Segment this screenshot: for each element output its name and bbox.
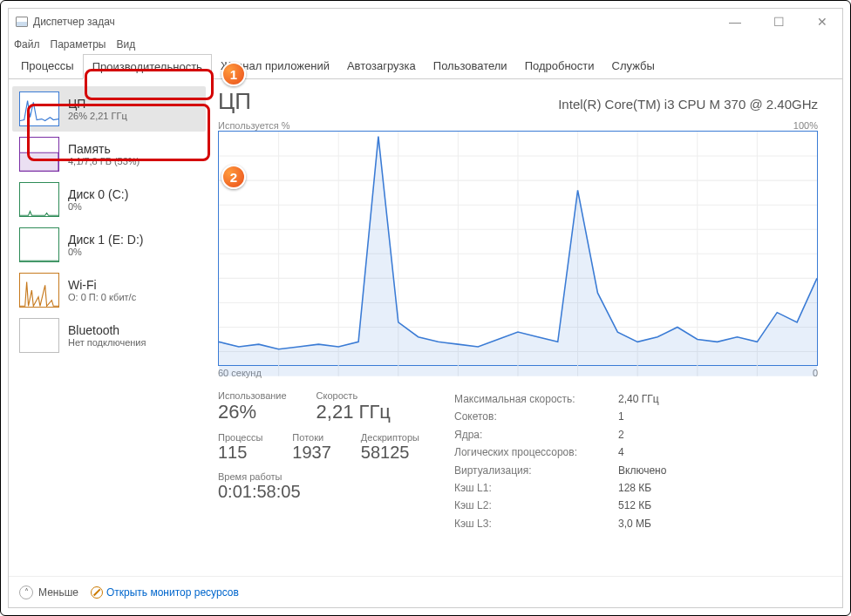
tab-details[interactable]: Подробности <box>516 54 603 78</box>
disk0-mini-chart <box>19 182 59 217</box>
l2-v: 512 КБ <box>618 497 651 514</box>
speed-value: 2,21 ГГц <box>317 401 391 423</box>
tab-services[interactable]: Службы <box>603 54 664 78</box>
speed-label: Скорость <box>317 390 391 401</box>
sidebar-item-text: Bluetooth Нет подключения <box>68 323 146 348</box>
titlebar: Диспетчер задач — ☐ ✕ <box>9 9 842 35</box>
stats-block: Использование 26% Скорость 2,21 ГГц Проц… <box>218 390 818 532</box>
body: ЦП 26% 2,21 ГГц Память 4,1/7,8 ГБ (53%) <box>9 79 842 576</box>
sidebar-item-wifi[interactable]: Wi-Fi О: 0 П: 0 кбит/с <box>12 267 206 313</box>
l2-k: Кэш L2: <box>454 497 611 514</box>
main-header: ЦП Intel(R) Core(TM) i3 CPU M 370 @ 2.40… <box>218 88 818 115</box>
annotation-badge-2: 2 <box>221 165 246 189</box>
sidebar-item-text: ЦП 26% 2,21 ГГц <box>68 97 127 121</box>
info-block: Максимальная скорость:2,40 ГГц Сокетов:1… <box>454 390 666 532</box>
uptime-value: 0:01:58:05 <box>218 482 419 502</box>
sidebar-item-text: Память 4,1/7,8 ГБ (53%) <box>68 142 140 166</box>
open-resmon-link[interactable]: Открыть монитор ресурсов <box>91 586 239 599</box>
sidebar-wifi-sub: О: 0 П: 0 кбит/с <box>68 292 136 302</box>
menubar: Файл Параметры Вид <box>9 35 842 54</box>
l1-k: Кэш L1: <box>454 479 611 497</box>
sidebar-item-text: Диск 1 (E: D:) 0% <box>68 233 143 257</box>
uptime-label: Время работы <box>218 471 419 482</box>
wifi-mini-chart <box>19 273 59 308</box>
sidebar-bt-sub: Нет подключения <box>68 337 146 348</box>
fewer-details-label: Меньше <box>38 586 78 599</box>
sidebar-item-bluetooth[interactable]: Bluetooth Нет подключения <box>12 313 206 358</box>
logical-k: Логических процессоров: <box>454 443 611 461</box>
hnd-value: 58125 <box>361 443 419 463</box>
sidebar-mem-sub: 4,1/7,8 ГБ (53%) <box>68 156 140 166</box>
hnd-label: Дескрипторы <box>361 432 419 443</box>
virt-v: Включено <box>618 462 666 479</box>
disk1-mini-chart <box>19 227 59 262</box>
menu-view[interactable]: Вид <box>116 38 135 51</box>
sidebar-wifi-title: Wi-Fi <box>68 278 136 292</box>
footer: ˄ Меньше Открыть монитор ресурсов <box>9 576 842 607</box>
app-icon <box>16 17 28 27</box>
virt-k: Виртуализация: <box>454 462 611 479</box>
tab-startup[interactable]: Автозагрузка <box>338 54 425 78</box>
sidebar-disk1-sub: 0% <box>68 247 143 257</box>
maxspeed-v: 2,40 ГГц <box>618 390 659 408</box>
stats-left: Использование 26% Скорость 2,21 ГГц Проц… <box>218 390 419 532</box>
main-panel: ЦП Intel(R) Core(TM) i3 CPU M 370 @ 2.40… <box>209 79 842 576</box>
sockets-v: 1 <box>618 408 624 425</box>
fewer-details-button[interactable]: ˄ Меньше <box>19 586 78 599</box>
tab-performance[interactable]: Производительность <box>83 54 212 79</box>
resmon-label: Открыть монитор ресурсов <box>106 586 239 599</box>
title-text: Диспетчер задач <box>33 16 115 28</box>
sidebar-mem-title: Память <box>68 142 140 156</box>
window-inner: Диспетчер задач — ☐ ✕ Файл Параметры Вид… <box>8 8 843 608</box>
sidebar-item-disk1[interactable]: Диск 1 (E: D:) 0% <box>12 222 206 267</box>
sockets-k: Сокетов: <box>454 408 611 425</box>
cpu-name: Intel(R) Core(TM) i3 CPU M 370 @ 2.40GHz <box>558 97 818 112</box>
task-manager-window: Диспетчер задач — ☐ ✕ Файл Параметры Вид… <box>0 0 851 616</box>
tab-processes[interactable]: Процессы <box>12 54 83 78</box>
sidebar-bt-title: Bluetooth <box>68 323 146 337</box>
sidebar-cpu-sub: 26% 2,21 ГГц <box>68 111 127 121</box>
sidebar-disk0-title: Диск 0 (C:) <box>68 187 128 201</box>
main-title: ЦП <box>218 88 251 115</box>
usage-label: Использование <box>218 390 287 401</box>
cpu-chart <box>218 131 818 366</box>
menu-options[interactable]: Параметры <box>51 38 106 51</box>
cores-k: Ядра: <box>454 426 611 443</box>
proc-label: Процессы <box>218 432 262 443</box>
sidebar-item-text: Wi-Fi О: 0 П: 0 кбит/с <box>68 278 136 302</box>
window-controls: — ☐ ✕ <box>722 15 835 29</box>
maxspeed-k: Максимальная скорость: <box>454 390 611 408</box>
maximize-button[interactable]: ☐ <box>766 15 792 29</box>
sidebar: ЦП 26% 2,21 ГГц Память 4,1/7,8 ГБ (53%) <box>9 79 209 576</box>
annotation-badge-1: 1 <box>221 62 246 86</box>
sidebar-item-text: Диск 0 (C:) 0% <box>68 187 128 212</box>
tab-users[interactable]: Пользователи <box>425 54 516 78</box>
chart-ylabel: Используется % <box>218 120 290 131</box>
sidebar-cpu-title: ЦП <box>68 97 127 111</box>
sidebar-disk0-sub: 0% <box>68 201 128 212</box>
resmon-icon <box>91 586 103 599</box>
close-button[interactable]: ✕ <box>809 15 835 29</box>
cores-v: 2 <box>618 426 624 443</box>
chart-ymax: 100% <box>793 120 818 131</box>
usage-value: 26% <box>218 401 287 423</box>
bt-mini-chart <box>19 318 59 353</box>
l3-k: Кэш L3: <box>454 515 611 532</box>
thr-label: Потоки <box>292 432 331 443</box>
sidebar-item-cpu[interactable]: ЦП 26% 2,21 ГГц <box>12 86 206 132</box>
chevron-up-icon: ˄ <box>19 586 33 599</box>
l1-v: 128 КБ <box>618 479 651 497</box>
minimize-button[interactable]: — <box>722 15 748 29</box>
sidebar-item-memory[interactable]: Память 4,1/7,8 ГБ (53%) <box>12 132 206 177</box>
chart-top-labels: Используется % 100% <box>218 120 818 131</box>
tabs: Процессы Производительность Журнал прило… <box>9 54 842 79</box>
l3-v: 3,0 МБ <box>618 515 651 532</box>
cpu-mini-chart <box>19 91 59 126</box>
sidebar-disk1-title: Диск 1 (E: D:) <box>68 233 143 247</box>
thr-value: 1937 <box>292 443 331 463</box>
menu-file[interactable]: Файл <box>14 38 40 51</box>
logical-v: 4 <box>618 443 624 461</box>
proc-value: 115 <box>218 443 262 463</box>
sidebar-item-disk0[interactable]: Диск 0 (C:) 0% <box>12 177 206 222</box>
memory-mini-chart <box>19 137 59 172</box>
